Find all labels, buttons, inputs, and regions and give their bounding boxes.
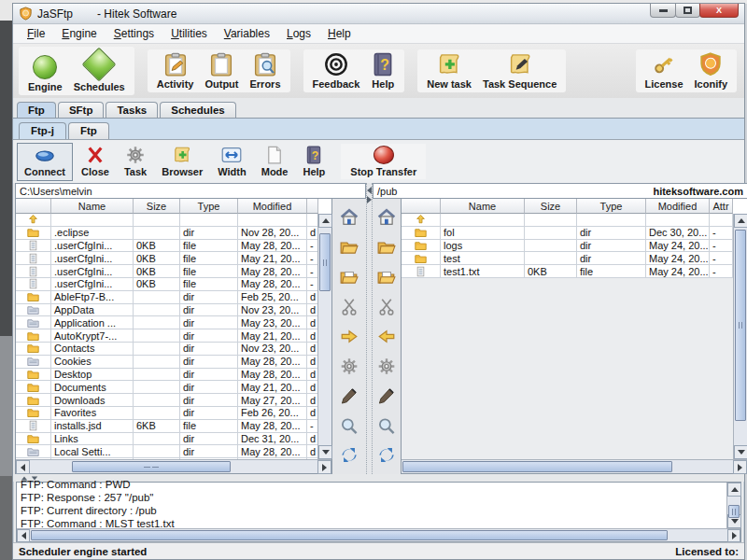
close-button[interactable]: X [699,4,739,18]
file-row[interactable]: foldirDec 30, 20...- [402,227,733,240]
log-vertical-scrollbar[interactable] [726,483,740,528]
folder-receive-button[interactable] [338,267,360,287]
file-row[interactable] [16,214,317,227]
home-button[interactable] [338,207,360,228]
transfer-left-button[interactable] [375,326,398,346]
column-header-size[interactable]: Size [525,199,577,214]
settings-button[interactable] [338,356,360,376]
file-row[interactable]: .userCfgIni...0KBfileMay 21, 20...- [16,252,317,265]
log-horizontal-scrollbar[interactable] [17,528,740,541]
scroll-left-button[interactable] [17,529,30,542]
rename-button[interactable] [338,385,360,406]
file-row[interactable]: testdirMay 24, 20...- [402,252,733,265]
local-horizontal-scrollbar[interactable] [16,459,331,473]
file-row[interactable]: CookiesdirMay 28, 20...d [16,356,317,369]
file-row[interactable]: AutoKrypt7-...dirMay 21, 20...d [16,329,317,343]
cut-button[interactable] [338,297,360,317]
menu-variables[interactable]: Variables [216,25,278,42]
browser-button[interactable]: Browser [155,144,209,180]
column-header-name[interactable]: Name [441,199,525,214]
width-button[interactable]: Width [211,144,252,180]
refresh-button[interactable] [338,445,360,466]
file-row[interactable]: AbleFtp7-B...dirFeb 25, 20...d [16,291,317,304]
file-row[interactable]: LinksdirDec 31, 20...d [16,433,317,446]
help-button[interactable]: ?Help [296,144,331,180]
license-button[interactable]: License [640,51,689,91]
schedules-button[interactable]: Schedules [68,49,131,93]
file-row[interactable]: .userCfgIni...0KBfileMay 28, 20...- [16,278,317,291]
column-header-type[interactable]: Type [577,199,646,214]
activity-button[interactable]: Activity [151,51,200,91]
column-header-size[interactable]: Size [134,199,180,214]
scroll-down-button[interactable] [734,445,747,459]
output-button[interactable]: Output [199,51,244,91]
title-bar[interactable]: JaSFtp - Hitek Software X [13,4,744,24]
tab-schedules[interactable]: Schedules [160,102,236,118]
folder-open-button[interactable] [338,237,360,258]
scroll-up-button[interactable] [318,214,332,228]
scroll-right-button[interactable] [727,529,740,542]
column-header-type[interactable]: Type [180,199,238,214]
subtab-ftp-j[interactable]: Ftp-j [19,122,66,139]
scroll-thumb[interactable] [735,230,746,421]
collapse-right-icon[interactable] [367,196,372,203]
collapse-log-icon[interactable] [32,476,37,480]
iconify-button[interactable]: Iconify [689,51,733,91]
file-row[interactable]: .userCfgIni...0KBfileMay 28, 20...- [16,240,317,253]
file-row[interactable] [402,214,733,227]
menu-engine[interactable]: Engine [53,25,105,42]
feedback-button[interactable]: Feedback [307,51,366,91]
column-header-name[interactable]: Name [51,199,134,214]
file-row[interactable]: test1.txt0KBfileMay 24, 20...- [402,265,733,278]
minimize-button[interactable] [650,4,676,18]
scroll-up-button[interactable] [727,483,741,497]
view-button[interactable] [375,415,398,436]
scroll-thumb[interactable] [728,505,740,518]
connect-button[interactable]: Connect [17,143,73,181]
task-sequence-button[interactable]: Task Sequence [477,51,562,91]
view-button[interactable] [338,415,360,436]
file-row[interactable]: logsdirMay 24, 20...- [402,240,733,253]
local-vertical-scrollbar[interactable] [317,214,331,459]
help-button[interactable]: ?Help [365,51,401,91]
tab-sftp[interactable]: SFtp [58,102,105,118]
menu-help[interactable]: Help [319,25,359,42]
folder-open-button[interactable] [375,237,398,258]
column-header-modified[interactable]: Modified [646,199,710,214]
scroll-thumb[interactable] [319,233,331,291]
menu-utilities[interactable]: Utilities [162,25,216,42]
file-row[interactable]: ContactsdirNov 23, 20...d [16,343,317,356]
task-button[interactable]: Task [118,144,153,180]
column-header[interactable] [307,199,318,214]
refresh-button[interactable] [375,445,398,466]
file-row[interactable]: DocumentsdirMay 21, 20...d [16,381,317,394]
new-task-button[interactable]: New task [421,51,477,91]
scroll-thumb[interactable] [31,530,668,540]
stop-transfer-button[interactable]: Stop Transfer [341,144,426,179]
column-header[interactable] [16,199,51,214]
settings-button[interactable] [375,356,398,376]
errors-button[interactable]: Errors [245,51,287,91]
collapse-left-icon[interactable] [367,187,372,194]
transfer-right-button[interactable] [338,326,360,346]
file-row[interactable]: DownloadsdirMay 27, 20...d [16,394,317,407]
file-row[interactable]: installs.jsd6KBfileMay 28, 20...- [16,420,317,433]
menu-settings[interactable]: Settings [106,25,162,42]
scroll-up-button[interactable] [734,214,747,228]
scroll-left-button[interactable] [16,460,30,474]
remote-horizontal-scrollbar[interactable] [402,459,747,473]
file-row[interactable]: Local Setti...dirMay 28, 20...d [16,445,317,458]
file-row[interactable]: DesktopdirMay 28, 20...d [16,369,317,382]
menu-logs[interactable]: Logs [278,25,319,42]
file-row[interactable]: .eclipsedirNov 28, 20...d [16,227,317,240]
file-row[interactable]: FavoritesdirFeb 26, 20...d [16,407,317,420]
file-row[interactable]: Application ...dirMay 23, 20...d [16,316,317,329]
remote-vertical-scrollbar[interactable] [733,214,747,459]
file-row[interactable]: AppDatadirNov 23, 20...d [16,304,317,317]
tab-ftp[interactable]: Ftp [17,102,56,118]
maximize-button[interactable] [675,4,700,18]
panel-splitter[interactable] [366,183,373,474]
file-row[interactable]: .userCfgIni...0KBfileMay 28, 20...- [16,265,317,278]
engine-button[interactable]: Engine [22,49,68,93]
scroll-right-button[interactable] [317,460,331,474]
